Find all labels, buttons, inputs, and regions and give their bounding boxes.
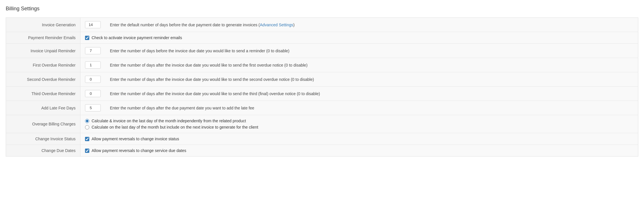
change-due-dates-checkbox[interactable] (85, 149, 89, 153)
overage-radio-option-1: Calculate & invoice on the last day of t… (85, 119, 633, 123)
input-cell-invoice-unpaid-reminder (80, 44, 106, 58)
payment-reminder-emails-checkbox[interactable] (85, 36, 89, 40)
label-third-overdue-reminder: Third Overdue Reminder (6, 87, 80, 101)
row-first-overdue-reminder: First Overdue Reminder Enter the number … (6, 58, 638, 72)
desc-invoice-generation: Enter the default number of days before … (105, 18, 638, 32)
row-overage-billing-charges: Overage Billing Charges Calculate & invo… (6, 115, 638, 133)
input-cell-add-late-fee-days (80, 101, 106, 115)
row-payment-reminder-emails: Payment Reminder Emails Check to activat… (6, 32, 638, 44)
cell-change-invoice-status: Allow payment reversals to change invoic… (80, 133, 638, 145)
overage-radio-2[interactable] (85, 125, 89, 129)
input-cell-first-overdue-reminder (80, 58, 106, 72)
label-change-invoice-status: Change Invoice Status (6, 133, 80, 145)
overage-radio-2-label: Calculate on the last day of the month b… (92, 125, 258, 129)
change-invoice-status-desc: Allow payment reversals to change invoic… (92, 137, 179, 141)
label-first-overdue-reminder: First Overdue Reminder (6, 58, 80, 72)
payment-reminder-emails-desc: Check to activate invoice payment remind… (92, 35, 182, 40)
cell-change-due-dates: Allow payment reversals to change servic… (80, 145, 638, 157)
desc-first-overdue-reminder: Enter the number of days after the invoi… (105, 58, 638, 72)
input-cell-third-overdue-reminder (80, 87, 106, 101)
overage-radio-1[interactable] (85, 119, 89, 123)
first-overdue-reminder-input[interactable] (85, 61, 101, 69)
desc-second-overdue-reminder: Enter the number of days after the invoi… (105, 72, 638, 87)
desc-add-late-fee-days: Enter the number of days after the due p… (105, 101, 638, 115)
input-cell-second-overdue-reminder (80, 72, 106, 87)
advanced-settings-link[interactable]: Advanced Settings (260, 23, 293, 27)
label-overage-billing-charges: Overage Billing Charges (6, 115, 80, 133)
row-change-invoice-status: Change Invoice Status Allow payment reve… (6, 133, 638, 145)
second-overdue-reminder-input[interactable] (85, 76, 101, 83)
label-second-overdue-reminder: Second Overdue Reminder (6, 72, 80, 87)
row-add-late-fee-days: Add Late Fee Days Enter the number of da… (6, 101, 638, 115)
cell-overage-billing-charges: Calculate & invoice on the last day of t… (80, 115, 638, 133)
change-invoice-status-checkbox[interactable] (85, 137, 89, 141)
overage-radio-option-2: Calculate on the last day of the month b… (85, 125, 633, 129)
change-due-dates-desc: Allow payment reversals to change servic… (92, 148, 186, 153)
input-cell-invoice-generation (80, 18, 106, 32)
desc-third-overdue-reminder: Enter the number of days after the invoi… (105, 87, 638, 101)
label-add-late-fee-days: Add Late Fee Days (6, 101, 80, 115)
invoice-generation-input[interactable] (85, 21, 101, 28)
row-change-due-dates: Change Due Dates Allow payment reversals… (6, 145, 638, 157)
cell-payment-reminder-emails: Check to activate invoice payment remind… (80, 32, 638, 44)
page-title: Billing Settings (6, 6, 638, 12)
row-invoice-unpaid-reminder: Invoice Unpaid Reminder Enter the number… (6, 44, 638, 58)
label-payment-reminder-emails: Payment Reminder Emails (6, 32, 80, 44)
invoice-unpaid-reminder-input[interactable] (85, 47, 101, 54)
overage-radio-1-label: Calculate & invoice on the last day of t… (92, 119, 246, 123)
label-invoice-generation: Invoice Generation (6, 18, 80, 32)
add-late-fee-days-input[interactable] (85, 104, 101, 111)
label-invoice-unpaid-reminder: Invoice Unpaid Reminder (6, 44, 80, 58)
label-change-due-dates: Change Due Dates (6, 145, 80, 157)
settings-table: Invoice Generation Enter the default num… (6, 17, 638, 157)
row-third-overdue-reminder: Third Overdue Reminder Enter the number … (6, 87, 638, 101)
desc-invoice-unpaid-reminder: Enter the number of days before the invo… (105, 44, 638, 58)
third-overdue-reminder-input[interactable] (85, 90, 101, 97)
row-second-overdue-reminder: Second Overdue Reminder Enter the number… (6, 72, 638, 87)
overage-radio-group: Calculate & invoice on the last day of t… (85, 119, 633, 129)
row-invoice-generation: Invoice Generation Enter the default num… (6, 18, 638, 32)
